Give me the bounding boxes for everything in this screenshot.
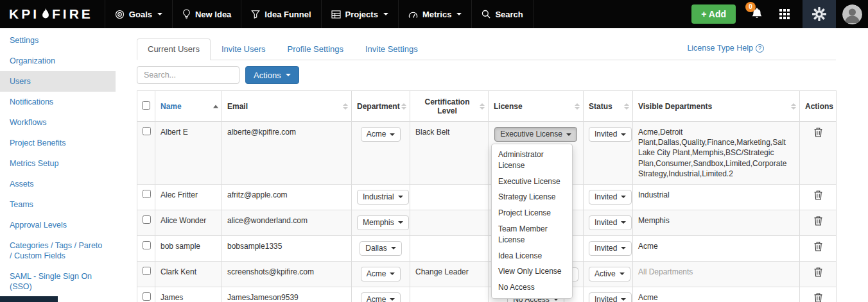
flame-icon bbox=[41, 8, 50, 21]
delete-user-button[interactable] bbox=[813, 267, 824, 280]
header-status[interactable]: Status bbox=[584, 91, 633, 122]
license-option-administrator[interactable]: Administrator License bbox=[492, 147, 572, 174]
header-license[interactable]: License bbox=[489, 91, 584, 122]
sidebar-item-saml-sso[interactable]: SAML - Single Sign On (SSO) bbox=[0, 266, 116, 297]
header-certification-level[interactable]: Certification Level bbox=[410, 91, 489, 122]
license-option-strategy[interactable]: Strategy License bbox=[492, 189, 572, 205]
row-checkbox[interactable] bbox=[143, 190, 151, 198]
tab-invite-settings[interactable]: Invite Settings bbox=[354, 38, 429, 60]
delete-user-button[interactable] bbox=[813, 190, 824, 203]
cell-visible-departments: Memphis bbox=[633, 210, 800, 235]
table-header-row: Name Email Department Certification Leve… bbox=[137, 91, 837, 122]
tab-current-users[interactable]: Current Users bbox=[137, 38, 211, 60]
row-checkbox[interactable] bbox=[143, 292, 151, 301]
cell-visible-departments: All Departments bbox=[633, 261, 800, 287]
cell-visible-departments: Acme bbox=[633, 287, 800, 302]
row-checkbox[interactable] bbox=[143, 215, 151, 224]
nav-search[interactable]: Search bbox=[471, 0, 533, 28]
cell-department: Industrial bbox=[352, 184, 410, 210]
license-option-executive[interactable]: Executive License bbox=[492, 174, 572, 190]
actions-dropdown-button[interactable]: Actions bbox=[245, 66, 299, 84]
status-dropdown[interactable]: Invited bbox=[589, 190, 632, 205]
sidebar-item-settings[interactable]: Settings bbox=[0, 30, 116, 51]
status-dropdown[interactable]: Invited bbox=[589, 292, 632, 302]
cell-name: James Jameson bbox=[155, 287, 222, 302]
license-option-no-access[interactable]: No Access bbox=[492, 280, 572, 296]
status-dropdown[interactable]: Invited bbox=[589, 241, 632, 256]
cell-name: bob sample bbox=[155, 235, 222, 261]
department-dropdown[interactable]: Memphis bbox=[357, 215, 409, 230]
license-type-help-link[interactable]: License Type Help ? bbox=[687, 44, 764, 53]
department-dropdown[interactable]: Acme bbox=[361, 267, 401, 281]
trash-icon bbox=[814, 293, 822, 302]
header-visible-departments[interactable]: Visible Departments bbox=[633, 91, 800, 122]
settings-button[interactable] bbox=[803, 0, 836, 28]
add-button[interactable]: + Add bbox=[691, 4, 736, 24]
sidebar-item-approval-levels[interactable]: Approval Levels bbox=[0, 215, 116, 235]
delete-user-button[interactable] bbox=[813, 292, 824, 302]
table-row: Alec Fritter afritz@apple.com Industrial… bbox=[137, 184, 837, 210]
sidebar-item-project-benefits[interactable]: Project Benefits bbox=[0, 133, 116, 153]
nav-projects[interactable]: Projects bbox=[321, 0, 398, 28]
sidebar-item-workflows[interactable]: Workflows bbox=[0, 112, 116, 133]
caret-down-icon bbox=[621, 247, 626, 249]
cell-email: alice@wonderland.com bbox=[222, 210, 352, 235]
nav-goals[interactable]: Goals bbox=[105, 0, 172, 28]
row-checkbox[interactable] bbox=[143, 127, 151, 135]
nav-idea-funnel[interactable]: Idea Funnel bbox=[241, 0, 320, 28]
sidebar-item-assets[interactable]: Assets bbox=[0, 174, 116, 194]
search-input[interactable] bbox=[137, 66, 239, 84]
department-dropdown[interactable]: Acme bbox=[361, 292, 401, 302]
notifications-button[interactable]: 0 bbox=[751, 7, 763, 22]
header-name[interactable]: Name bbox=[155, 91, 222, 122]
status-dropdown[interactable]: Active bbox=[589, 267, 630, 281]
cell-email: bobsample1335 bbox=[222, 235, 352, 261]
license-option-view-only[interactable]: View Only License bbox=[492, 264, 572, 280]
sidebar-item-categories-tags[interactable]: Categories / Tags / Pareto / Custom Fiel… bbox=[0, 235, 116, 266]
row-checkbox[interactable] bbox=[143, 267, 151, 275]
sidebar-item-teams[interactable]: Teams bbox=[0, 194, 116, 215]
department-dropdown[interactable]: Acme bbox=[361, 127, 401, 142]
cell-department: Acme bbox=[352, 122, 410, 185]
caret-down-icon bbox=[621, 133, 626, 136]
header-department[interactable]: Department bbox=[352, 91, 410, 122]
cell-status: Invited bbox=[584, 184, 633, 210]
sidebar-item-metrics-setup[interactable]: Metrics Setup bbox=[0, 153, 116, 174]
user-avatar[interactable] bbox=[842, 4, 862, 24]
status-dropdown[interactable]: Invited bbox=[589, 215, 632, 230]
cell-actions bbox=[800, 261, 837, 287]
tab-profile-settings[interactable]: Profile Settings bbox=[277, 38, 354, 60]
department-dropdown[interactable]: Industrial bbox=[357, 190, 409, 205]
trash-icon bbox=[814, 190, 822, 200]
sidebar-item-organization[interactable]: Organization bbox=[0, 51, 116, 71]
row-checkbox[interactable] bbox=[143, 241, 151, 249]
delete-user-button[interactable] bbox=[813, 215, 824, 228]
sort-icon bbox=[624, 103, 629, 110]
sidebar-item-notifications[interactable]: Notifications bbox=[0, 92, 116, 112]
license-option-team-member[interactable]: Team Member License bbox=[492, 221, 572, 248]
notification-badge: 0 bbox=[745, 2, 756, 12]
delete-user-button[interactable] bbox=[813, 241, 824, 254]
table-row: Albert E alberte@kpifire.com Acme Black … bbox=[137, 122, 837, 185]
navbar-right: + Add 0 bbox=[691, 0, 868, 28]
department-dropdown[interactable]: Dallas bbox=[360, 241, 401, 256]
tab-invite-users[interactable]: Invite Users bbox=[211, 38, 277, 60]
license-dropdown-open[interactable]: Executive License bbox=[494, 127, 577, 142]
select-all-checkbox[interactable] bbox=[142, 101, 150, 110]
sidebar-item-users[interactable]: Users bbox=[0, 71, 116, 92]
nav-metrics[interactable]: Metrics bbox=[398, 0, 472, 28]
caret-down-icon bbox=[456, 13, 462, 15]
sort-asc-icon bbox=[213, 105, 218, 108]
license-option-idea[interactable]: Idea License bbox=[492, 248, 572, 264]
caret-down-icon bbox=[157, 13, 162, 15]
cell-department: Acme bbox=[352, 287, 410, 302]
status-dropdown[interactable]: Invited bbox=[589, 127, 632, 142]
app-logo[interactable]: KPI FIRE bbox=[0, 0, 105, 28]
cell-name: Clark Kent bbox=[155, 261, 222, 287]
delete-user-button[interactable] bbox=[813, 127, 824, 140]
cell-department: Acme bbox=[352, 261, 410, 287]
header-email[interactable]: Email bbox=[222, 91, 352, 122]
apps-grid-button[interactable] bbox=[779, 9, 790, 19]
nav-new-idea[interactable]: New Idea bbox=[172, 0, 241, 28]
license-option-project[interactable]: Project License bbox=[492, 205, 572, 221]
